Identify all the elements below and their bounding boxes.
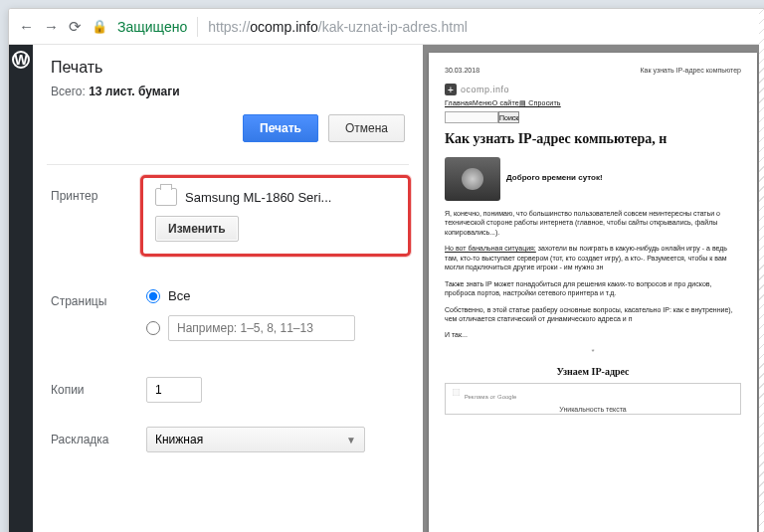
- reload-icon[interactable]: ⟳: [69, 18, 82, 36]
- preview-paragraph: Но вот банальная ситуация: захотели вы п…: [445, 244, 741, 271]
- preview-paragraph: Я, конечно, понимаю, что большинство пол…: [445, 209, 741, 237]
- print-preview[interactable]: 30.03.2018 Как узнать IP-адрес компьютер…: [423, 45, 764, 532]
- preview-paragraph: Также знать IP может понадобиться для ре…: [445, 279, 741, 298]
- preview-search: Поиск: [445, 111, 741, 123]
- preview-date: 30.03.2018: [445, 67, 479, 74]
- back-icon[interactable]: ←: [19, 18, 34, 35]
- cancel-button[interactable]: Отмена: [328, 114, 405, 142]
- forward-icon[interactable]: →: [44, 18, 59, 35]
- url-field[interactable]: https://ocomp.info/kak-uznat-ip-adres.ht…: [208, 19, 468, 35]
- preview-paragraph: И так...: [445, 330, 741, 339]
- preview-nav: ГлавнаяМенюО сайте▤ Спросить: [445, 99, 741, 107]
- copies-label: Копии: [51, 377, 146, 397]
- print-button[interactable]: Печать: [243, 114, 318, 142]
- secure-label: Защищено: [117, 19, 187, 35]
- plus-icon: +: [445, 84, 457, 95]
- pages-label: Страницы: [51, 288, 146, 308]
- printer-label: Принтер: [51, 183, 146, 203]
- chevron-down-icon: ▼: [346, 435, 356, 445]
- preview-hero-image: [445, 157, 500, 201]
- pages-all-radio[interactable]: [146, 289, 160, 303]
- address-bar: ← → ⟳ 🔒 Защищено https://ocomp.info/kak-…: [9, 9, 764, 45]
- preview-doc-title: Как узнать IP-адрес компьютер: [640, 67, 741, 74]
- print-summary: Всего: 13 лист. бумаги: [51, 85, 405, 98]
- layout-label: Раскладка: [51, 427, 146, 446]
- preview-h2: Узнаем IP-адрес: [445, 366, 741, 377]
- copies-input[interactable]: [146, 377, 202, 403]
- browser-window: ← → ⟳ 🔒 Защищено https://ocomp.info/kak-…: [8, 8, 764, 532]
- change-printer-button[interactable]: Изменить: [155, 216, 239, 242]
- preview-page: 30.03.2018 Как узнать IP-адрес компьютер…: [429, 53, 757, 532]
- print-title: Печать: [51, 59, 405, 77]
- destination-highlight: Samsung ML-1860 Seri... Изменить: [140, 175, 411, 257]
- preview-paragraph: Собственно, в этой статье разберу основн…: [445, 305, 741, 324]
- wordpress-icon[interactable]: W: [12, 51, 30, 69]
- printer-name: Samsung ML-1860 Seri...: [185, 190, 331, 205]
- print-dialog: Печать Всего: 13 лист. бумаги Печать Отм…: [33, 45, 423, 532]
- pages-range-radio[interactable]: [146, 321, 160, 335]
- divider: [197, 17, 198, 37]
- pages-all-label: Все: [168, 288, 190, 303]
- preview-ad-box: Реклама от Google Уникальность текста: [445, 383, 741, 415]
- printer-icon: [155, 188, 177, 206]
- preview-h1: Как узнать IP-адрес компьютера, н: [445, 131, 741, 147]
- pages-range-input[interactable]: [168, 315, 355, 341]
- separator: [47, 164, 409, 165]
- wordpress-admin-bar[interactable]: W: [9, 45, 33, 532]
- layout-select[interactable]: Книжная ▼: [146, 427, 365, 452]
- preview-greeting: Доброго времени суток!: [506, 173, 603, 182]
- preview-site-logo: + ocomp.info: [445, 84, 741, 95]
- lock-icon: 🔒: [92, 19, 107, 34]
